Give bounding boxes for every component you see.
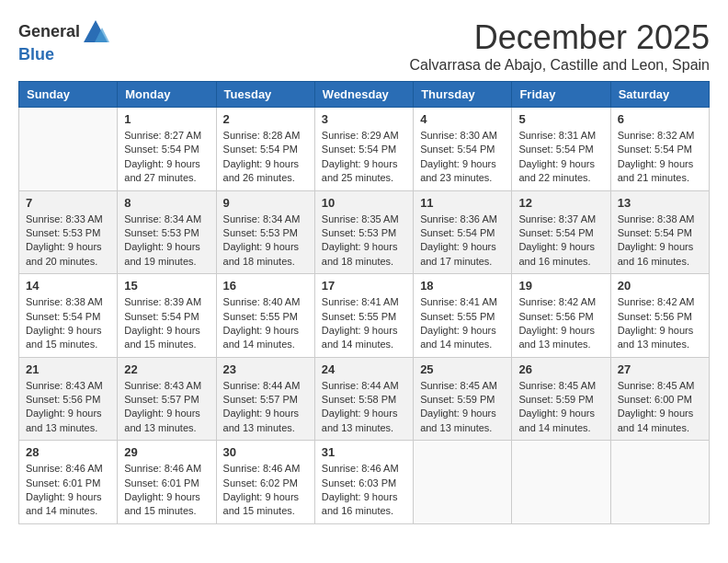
day-info: Sunrise: 8:28 AMSunset: 5:54 PMDaylight:… (223, 129, 308, 186)
day-info: Sunrise: 8:46 AMSunset: 6:03 PMDaylight:… (322, 462, 406, 519)
calendar-day-cell: 10Sunrise: 8:35 AMSunset: 5:53 PMDayligh… (314, 190, 413, 274)
calendar-day-cell: 20Sunrise: 8:42 AMSunset: 5:56 PMDayligh… (610, 274, 709, 358)
calendar-day-cell: 7Sunrise: 8:33 AMSunset: 5:53 PMDaylight… (19, 190, 118, 274)
day-info: Sunrise: 8:45 AMSunset: 5:59 PMDaylight:… (518, 379, 603, 436)
day-number: 2 (223, 112, 308, 126)
month-title: December 2025 (410, 18, 710, 57)
day-info: Sunrise: 8:42 AMSunset: 5:56 PMDaylight:… (618, 295, 702, 352)
logo-general-text: General (18, 23, 80, 41)
calendar-week-row: 28Sunrise: 8:46 AMSunset: 6:01 PMDayligh… (19, 441, 710, 524)
day-info: Sunrise: 8:45 AMSunset: 5:59 PMDaylight:… (420, 379, 505, 436)
calendar-day-cell: 1Sunrise: 8:27 AMSunset: 5:54 PMDaylight… (118, 108, 216, 191)
day-info: Sunrise: 8:34 AMSunset: 5:53 PMDaylight:… (124, 213, 209, 270)
day-number: 22 (124, 362, 209, 376)
calendar-day-cell: 28Sunrise: 8:46 AMSunset: 6:01 PMDayligh… (19, 441, 118, 524)
day-info: Sunrise: 8:27 AMSunset: 5:54 PMDaylight:… (124, 129, 209, 186)
calendar-day-cell: 14Sunrise: 8:38 AMSunset: 5:54 PMDayligh… (19, 274, 118, 358)
day-info: Sunrise: 8:44 AMSunset: 5:58 PMDaylight:… (322, 379, 406, 436)
day-info: Sunrise: 8:36 AMSunset: 5:54 PMDaylight:… (420, 213, 505, 270)
calendar-day-cell (19, 108, 118, 191)
calendar-day-cell (610, 441, 709, 524)
day-number: 16 (223, 279, 308, 293)
calendar-table: Sunday Monday Tuesday Wednesday Thursday… (18, 81, 710, 524)
day-number: 21 (26, 362, 110, 376)
calendar-day-cell: 4Sunrise: 8:30 AMSunset: 5:54 PMDaylight… (414, 108, 512, 191)
day-number: 6 (618, 112, 702, 126)
weekday-header-row: Sunday Monday Tuesday Wednesday Thursday… (19, 82, 710, 108)
calendar-day-cell: 6Sunrise: 8:32 AMSunset: 5:54 PMDaylight… (610, 108, 709, 191)
day-number: 28 (26, 445, 110, 459)
day-number: 14 (26, 279, 110, 293)
day-number: 7 (26, 196, 110, 210)
day-info: Sunrise: 8:41 AMSunset: 5:55 PMDaylight:… (420, 295, 505, 352)
day-info: Sunrise: 8:40 AMSunset: 5:55 PMDaylight:… (223, 295, 308, 352)
logo: General Blue (18, 18, 109, 64)
calendar-day-cell: 17Sunrise: 8:41 AMSunset: 5:55 PMDayligh… (314, 274, 413, 358)
day-number: 23 (223, 362, 308, 376)
header-saturday: Saturday (610, 82, 709, 108)
day-info: Sunrise: 8:29 AMSunset: 5:54 PMDaylight:… (322, 129, 406, 186)
calendar-week-row: 1Sunrise: 8:27 AMSunset: 5:54 PMDaylight… (19, 108, 710, 191)
calendar-day-cell (414, 441, 512, 524)
day-number: 9 (223, 196, 308, 210)
calendar-day-cell: 21Sunrise: 8:43 AMSunset: 5:56 PMDayligh… (19, 357, 118, 441)
header-friday: Friday (512, 82, 610, 108)
calendar-day-cell: 13Sunrise: 8:38 AMSunset: 5:54 PMDayligh… (610, 190, 709, 274)
day-info: Sunrise: 8:38 AMSunset: 5:54 PMDaylight:… (618, 213, 702, 270)
day-info: Sunrise: 8:45 AMSunset: 6:00 PMDaylight:… (618, 379, 702, 436)
calendar-week-row: 7Sunrise: 8:33 AMSunset: 5:53 PMDaylight… (19, 190, 710, 274)
header-tuesday: Tuesday (216, 82, 314, 108)
calendar-day-cell: 12Sunrise: 8:37 AMSunset: 5:54 PMDayligh… (512, 190, 610, 274)
day-info: Sunrise: 8:43 AMSunset: 5:57 PMDaylight:… (124, 379, 209, 436)
day-info: Sunrise: 8:46 AMSunset: 6:01 PMDaylight:… (26, 462, 110, 519)
logo-icon (82, 18, 109, 46)
day-info: Sunrise: 8:38 AMSunset: 5:54 PMDaylight:… (26, 295, 110, 352)
day-number: 3 (322, 112, 406, 126)
day-number: 31 (322, 445, 406, 459)
day-info: Sunrise: 8:41 AMSunset: 5:55 PMDaylight:… (322, 295, 406, 352)
calendar-day-cell: 30Sunrise: 8:46 AMSunset: 6:02 PMDayligh… (216, 441, 314, 524)
day-number: 11 (420, 196, 505, 210)
day-number: 19 (518, 279, 603, 293)
calendar-day-cell: 29Sunrise: 8:46 AMSunset: 6:01 PMDayligh… (118, 441, 216, 524)
day-number: 26 (518, 362, 603, 376)
day-number: 8 (124, 196, 209, 210)
day-number: 5 (518, 112, 603, 126)
day-info: Sunrise: 8:43 AMSunset: 5:56 PMDaylight:… (26, 379, 110, 436)
day-info: Sunrise: 8:42 AMSunset: 5:56 PMDaylight:… (518, 295, 603, 352)
page-header: General Blue December 2025 Calvarrasa de… (18, 18, 710, 74)
location-subtitle: Calvarrasa de Abajo, Castille and Leon, … (410, 57, 710, 74)
logo-blue-text: Blue (18, 46, 109, 64)
calendar-day-cell (512, 441, 610, 524)
day-info: Sunrise: 8:39 AMSunset: 5:54 PMDaylight:… (124, 295, 209, 352)
calendar-day-cell: 11Sunrise: 8:36 AMSunset: 5:54 PMDayligh… (414, 190, 512, 274)
day-number: 27 (618, 362, 702, 376)
calendar-day-cell: 2Sunrise: 8:28 AMSunset: 5:54 PMDaylight… (216, 108, 314, 191)
day-number: 29 (124, 445, 209, 459)
day-info: Sunrise: 8:46 AMSunset: 6:02 PMDaylight:… (223, 462, 308, 519)
calendar-day-cell: 24Sunrise: 8:44 AMSunset: 5:58 PMDayligh… (314, 357, 413, 441)
day-info: Sunrise: 8:32 AMSunset: 5:54 PMDaylight:… (618, 129, 702, 186)
day-number: 13 (618, 196, 702, 210)
day-number: 4 (420, 112, 505, 126)
day-info: Sunrise: 8:30 AMSunset: 5:54 PMDaylight:… (420, 129, 505, 186)
calendar-day-cell: 18Sunrise: 8:41 AMSunset: 5:55 PMDayligh… (414, 274, 512, 358)
day-number: 15 (124, 279, 209, 293)
calendar-day-cell: 25Sunrise: 8:45 AMSunset: 5:59 PMDayligh… (414, 357, 512, 441)
header-sunday: Sunday (19, 82, 118, 108)
calendar-day-cell: 23Sunrise: 8:44 AMSunset: 5:57 PMDayligh… (216, 357, 314, 441)
calendar-day-cell: 3Sunrise: 8:29 AMSunset: 5:54 PMDaylight… (314, 108, 413, 191)
calendar-day-cell: 9Sunrise: 8:34 AMSunset: 5:53 PMDaylight… (216, 190, 314, 274)
header-monday: Monday (118, 82, 216, 108)
day-info: Sunrise: 8:46 AMSunset: 6:01 PMDaylight:… (124, 462, 209, 519)
calendar-week-row: 14Sunrise: 8:38 AMSunset: 5:54 PMDayligh… (19, 274, 710, 358)
day-info: Sunrise: 8:33 AMSunset: 5:53 PMDaylight:… (26, 213, 110, 270)
day-number: 25 (420, 362, 505, 376)
day-info: Sunrise: 8:35 AMSunset: 5:53 PMDaylight:… (322, 213, 406, 270)
day-info: Sunrise: 8:37 AMSunset: 5:54 PMDaylight:… (518, 213, 603, 270)
calendar-day-cell: 15Sunrise: 8:39 AMSunset: 5:54 PMDayligh… (118, 274, 216, 358)
day-number: 18 (420, 279, 505, 293)
calendar-day-cell: 31Sunrise: 8:46 AMSunset: 6:03 PMDayligh… (314, 441, 413, 524)
calendar-day-cell: 16Sunrise: 8:40 AMSunset: 5:55 PMDayligh… (216, 274, 314, 358)
calendar-day-cell: 8Sunrise: 8:34 AMSunset: 5:53 PMDaylight… (118, 190, 216, 274)
